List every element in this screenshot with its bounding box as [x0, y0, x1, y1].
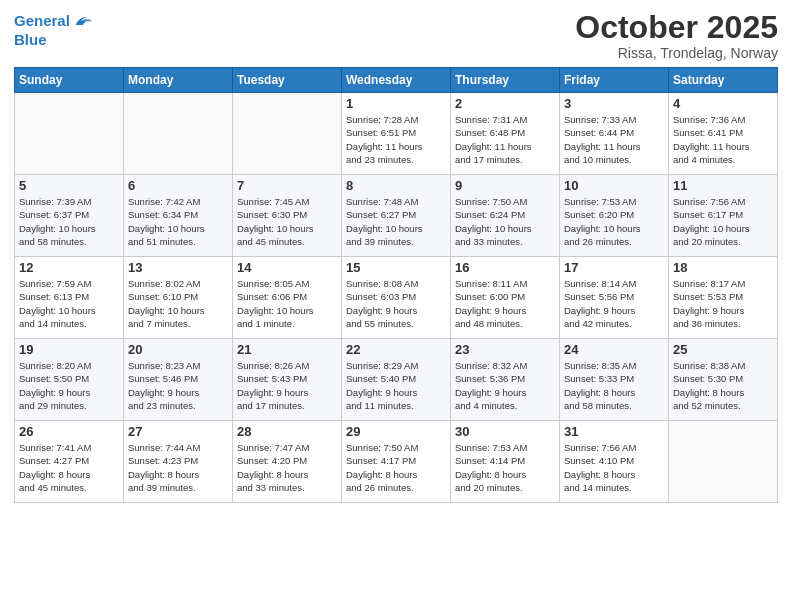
table-row: 31Sunrise: 7:56 AM Sunset: 4:10 PM Dayli… [560, 421, 669, 503]
day-number: 26 [19, 424, 119, 439]
day-info: Sunrise: 8:35 AM Sunset: 5:33 PM Dayligh… [564, 359, 664, 412]
day-number: 6 [128, 178, 228, 193]
day-info: Sunrise: 8:38 AM Sunset: 5:30 PM Dayligh… [673, 359, 773, 412]
day-info: Sunrise: 7:47 AM Sunset: 4:20 PM Dayligh… [237, 441, 337, 494]
day-info: Sunrise: 7:41 AM Sunset: 4:27 PM Dayligh… [19, 441, 119, 494]
day-info: Sunrise: 7:53 AM Sunset: 6:20 PM Dayligh… [564, 195, 664, 248]
calendar-week-row: 1Sunrise: 7:28 AM Sunset: 6:51 PM Daylig… [15, 93, 778, 175]
day-number: 7 [237, 178, 337, 193]
table-row: 6Sunrise: 7:42 AM Sunset: 6:34 PM Daylig… [124, 175, 233, 257]
col-saturday: Saturday [669, 68, 778, 93]
day-info: Sunrise: 8:11 AM Sunset: 6:00 PM Dayligh… [455, 277, 555, 330]
day-info: Sunrise: 7:45 AM Sunset: 6:30 PM Dayligh… [237, 195, 337, 248]
day-info: Sunrise: 7:42 AM Sunset: 6:34 PM Dayligh… [128, 195, 228, 248]
table-row: 12Sunrise: 7:59 AM Sunset: 6:13 PM Dayli… [15, 257, 124, 339]
table-row: 13Sunrise: 8:02 AM Sunset: 6:10 PM Dayli… [124, 257, 233, 339]
table-row: 8Sunrise: 7:48 AM Sunset: 6:27 PM Daylig… [342, 175, 451, 257]
day-info: Sunrise: 7:56 AM Sunset: 6:17 PM Dayligh… [673, 195, 773, 248]
day-info: Sunrise: 7:33 AM Sunset: 6:44 PM Dayligh… [564, 113, 664, 166]
day-number: 30 [455, 424, 555, 439]
day-number: 24 [564, 342, 664, 357]
table-row: 23Sunrise: 8:32 AM Sunset: 5:36 PM Dayli… [451, 339, 560, 421]
day-number: 11 [673, 178, 773, 193]
logo-text: General [14, 13, 70, 30]
table-row: 17Sunrise: 8:14 AM Sunset: 5:56 PM Dayli… [560, 257, 669, 339]
day-info: Sunrise: 8:32 AM Sunset: 5:36 PM Dayligh… [455, 359, 555, 412]
day-number: 18 [673, 260, 773, 275]
day-number: 23 [455, 342, 555, 357]
day-number: 3 [564, 96, 664, 111]
table-row [124, 93, 233, 175]
calendar-table: Sunday Monday Tuesday Wednesday Thursday… [14, 67, 778, 503]
day-info: Sunrise: 8:29 AM Sunset: 5:40 PM Dayligh… [346, 359, 446, 412]
table-row: 5Sunrise: 7:39 AM Sunset: 6:37 PM Daylig… [15, 175, 124, 257]
day-number: 15 [346, 260, 446, 275]
day-number: 10 [564, 178, 664, 193]
col-friday: Friday [560, 68, 669, 93]
table-row: 7Sunrise: 7:45 AM Sunset: 6:30 PM Daylig… [233, 175, 342, 257]
day-info: Sunrise: 7:44 AM Sunset: 4:23 PM Dayligh… [128, 441, 228, 494]
col-monday: Monday [124, 68, 233, 93]
day-number: 29 [346, 424, 446, 439]
day-number: 22 [346, 342, 446, 357]
day-number: 27 [128, 424, 228, 439]
day-info: Sunrise: 7:28 AM Sunset: 6:51 PM Dayligh… [346, 113, 446, 166]
table-row [233, 93, 342, 175]
day-number: 20 [128, 342, 228, 357]
table-row: 26Sunrise: 7:41 AM Sunset: 4:27 PM Dayli… [15, 421, 124, 503]
logo: General Blue [14, 10, 94, 49]
day-number: 8 [346, 178, 446, 193]
day-info: Sunrise: 7:31 AM Sunset: 6:48 PM Dayligh… [455, 113, 555, 166]
table-row: 20Sunrise: 8:23 AM Sunset: 5:46 PM Dayli… [124, 339, 233, 421]
calendar-week-row: 19Sunrise: 8:20 AM Sunset: 5:50 PM Dayli… [15, 339, 778, 421]
table-row [669, 421, 778, 503]
day-number: 19 [19, 342, 119, 357]
day-number: 2 [455, 96, 555, 111]
table-row: 1Sunrise: 7:28 AM Sunset: 6:51 PM Daylig… [342, 93, 451, 175]
table-row: 14Sunrise: 8:05 AM Sunset: 6:06 PM Dayli… [233, 257, 342, 339]
day-number: 31 [564, 424, 664, 439]
col-sunday: Sunday [15, 68, 124, 93]
day-info: Sunrise: 7:39 AM Sunset: 6:37 PM Dayligh… [19, 195, 119, 248]
day-number: 13 [128, 260, 228, 275]
table-row: 28Sunrise: 7:47 AM Sunset: 4:20 PM Dayli… [233, 421, 342, 503]
table-row: 19Sunrise: 8:20 AM Sunset: 5:50 PM Dayli… [15, 339, 124, 421]
table-row: 11Sunrise: 7:56 AM Sunset: 6:17 PM Dayli… [669, 175, 778, 257]
table-row: 16Sunrise: 8:11 AM Sunset: 6:00 PM Dayli… [451, 257, 560, 339]
day-info: Sunrise: 8:20 AM Sunset: 5:50 PM Dayligh… [19, 359, 119, 412]
day-info: Sunrise: 7:48 AM Sunset: 6:27 PM Dayligh… [346, 195, 446, 248]
table-row: 9Sunrise: 7:50 AM Sunset: 6:24 PM Daylig… [451, 175, 560, 257]
table-row: 29Sunrise: 7:50 AM Sunset: 4:17 PM Dayli… [342, 421, 451, 503]
day-number: 12 [19, 260, 119, 275]
day-number: 28 [237, 424, 337, 439]
day-number: 17 [564, 260, 664, 275]
calendar-week-row: 12Sunrise: 7:59 AM Sunset: 6:13 PM Dayli… [15, 257, 778, 339]
day-info: Sunrise: 8:05 AM Sunset: 6:06 PM Dayligh… [237, 277, 337, 330]
day-number: 16 [455, 260, 555, 275]
calendar-week-row: 5Sunrise: 7:39 AM Sunset: 6:37 PM Daylig… [15, 175, 778, 257]
day-info: Sunrise: 7:56 AM Sunset: 4:10 PM Dayligh… [564, 441, 664, 494]
day-number: 9 [455, 178, 555, 193]
col-wednesday: Wednesday [342, 68, 451, 93]
table-row [15, 93, 124, 175]
day-info: Sunrise: 7:59 AM Sunset: 6:13 PM Dayligh… [19, 277, 119, 330]
logo-blue: Blue [14, 32, 94, 49]
table-row: 22Sunrise: 8:29 AM Sunset: 5:40 PM Dayli… [342, 339, 451, 421]
calendar-header-row: Sunday Monday Tuesday Wednesday Thursday… [15, 68, 778, 93]
day-info: Sunrise: 8:02 AM Sunset: 6:10 PM Dayligh… [128, 277, 228, 330]
day-info: Sunrise: 7:50 AM Sunset: 6:24 PM Dayligh… [455, 195, 555, 248]
day-info: Sunrise: 8:08 AM Sunset: 6:03 PM Dayligh… [346, 277, 446, 330]
day-number: 1 [346, 96, 446, 111]
logo-bird-icon [72, 10, 94, 32]
day-number: 21 [237, 342, 337, 357]
table-row: 15Sunrise: 8:08 AM Sunset: 6:03 PM Dayli… [342, 257, 451, 339]
table-row: 25Sunrise: 8:38 AM Sunset: 5:30 PM Dayli… [669, 339, 778, 421]
day-number: 14 [237, 260, 337, 275]
day-info: Sunrise: 7:53 AM Sunset: 4:14 PM Dayligh… [455, 441, 555, 494]
table-row: 4Sunrise: 7:36 AM Sunset: 6:41 PM Daylig… [669, 93, 778, 175]
day-info: Sunrise: 8:17 AM Sunset: 5:53 PM Dayligh… [673, 277, 773, 330]
title-block: October 2025 Rissa, Trondelag, Norway [575, 10, 778, 61]
col-tuesday: Tuesday [233, 68, 342, 93]
day-number: 5 [19, 178, 119, 193]
col-thursday: Thursday [451, 68, 560, 93]
